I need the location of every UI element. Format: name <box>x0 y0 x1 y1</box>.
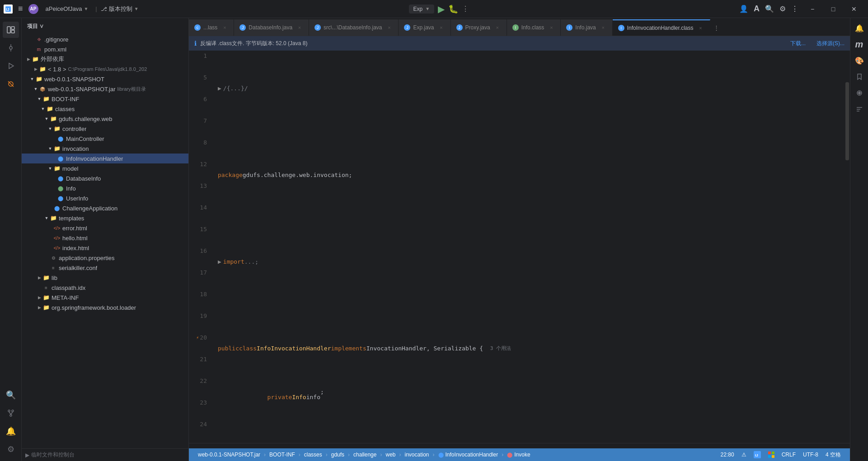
debug-button[interactable]: 🐛 <box>448 4 458 14</box>
tree-item-index-html[interactable]: </> index.html <box>22 243 188 253</box>
tree-item-pom[interactable]: m pom.xml <box>22 44 188 54</box>
right-notifications[interactable]: 🔔 <box>853 22 866 34</box>
maximize-button[interactable]: □ <box>823 0 844 18</box>
tree-item-web-jar[interactable]: ▼ 📦 web-0.0.1-SNAPSHOT.jar library根目录 <box>22 84 188 94</box>
tab-close[interactable]: × <box>600 24 607 31</box>
more-run-options[interactable]: ⋮ <box>462 5 469 13</box>
status-crlf[interactable]: CRLF <box>778 452 799 458</box>
tree-item-invocation[interactable]: ▼ 📁 invocation <box>22 144 188 154</box>
activity-git[interactable] <box>3 405 19 421</box>
vertical-scrollbar[interactable] <box>845 51 850 443</box>
file-tree[interactable]: ⎆ .gitignore m pom.xml ▶ 📁 外部依库 ▶ 📁 <box>22 34 188 448</box>
status-path-class[interactable]: ⬤ InfoInvocationHandler <box>435 448 502 461</box>
status-path-jar[interactable]: web-0.0.1-SNAPSHOT.jar <box>194 448 264 461</box>
tree-item-templates[interactable]: ▼ 📁 templates <box>22 213 188 223</box>
tree-item-app-props[interactable]: ⚙ application.properties <box>22 253 188 263</box>
person-icon[interactable]: 👤 <box>739 5 748 13</box>
tree-item-classpath[interactable]: ≡ classpath.idx <box>22 283 188 293</box>
scrollbar-thumb[interactable] <box>845 82 849 161</box>
fold-icon-import[interactable]: ▶ <box>218 256 221 267</box>
status-warnings[interactable]: ⚠ <box>738 452 750 458</box>
activity-notifications[interactable]: 🔔 <box>3 423 19 439</box>
tree-item-boot-inf[interactable]: ▼ 📁 BOOT-INF <box>22 94 188 104</box>
tree-item-controller[interactable]: ▼ 📁 controller <box>22 124 188 134</box>
status-path-gdufs[interactable]: gdufs <box>328 448 348 461</box>
run-config-selector[interactable]: Exp ▼ <box>409 5 435 14</box>
tree-item-model[interactable]: ▼ 📁 model <box>22 163 188 173</box>
activity-project[interactable] <box>3 22 19 38</box>
status-path-classes[interactable]: classes <box>300 448 326 461</box>
tab-databaseinfo[interactable]: J DatabaseInfo.java × <box>234 19 309 36</box>
tab-close[interactable]: × <box>697 24 704 32</box>
tree-item-databaseinfo[interactable]: ⬤ DatabaseInfo <box>22 173 188 183</box>
right-ai-assistant[interactable] <box>853 87 866 99</box>
activity-debug[interactable] <box>3 76 19 92</box>
translate-icon[interactable]: A <box>754 4 760 14</box>
tab-close[interactable]: × <box>548 24 555 31</box>
sidebar-header[interactable]: 项目 ∨ <box>22 18 188 34</box>
tree-item-classes[interactable]: ▼ 📁 classes <box>22 104 188 114</box>
activity-bottom[interactable]: ⚙ <box>3 441 19 457</box>
run-button[interactable]: ▶ <box>438 4 445 14</box>
tab-close[interactable]: × <box>221 24 228 31</box>
tab-info-class[interactable]: I Info.class × <box>507 19 561 36</box>
tab-close[interactable]: × <box>494 24 501 31</box>
status-position[interactable]: 22:80 <box>717 452 738 458</box>
tree-item-org-spring[interactable]: ▶ 📁 org.springframework.boot.loader <box>22 303 188 312</box>
status-path-challenge[interactable]: challenge <box>350 448 380 461</box>
tab-overflow-button[interactable]: ⋮ <box>710 19 723 36</box>
tab-proxy[interactable]: J Proxy.java × <box>451 19 507 36</box>
project-selector[interactable]: aPeiceOfJava ▼ <box>42 4 92 14</box>
status-encoding[interactable]: UTF-8 <box>799 452 822 458</box>
right-spell-check[interactable] <box>853 103 866 116</box>
tree-item-meta-inf[interactable]: ▶ 📁 META-INF <box>22 293 188 303</box>
hamburger-menu[interactable]: ≡ <box>16 2 25 15</box>
tab-close[interactable]: × <box>296 24 303 31</box>
vcs-selector[interactable]: ⎇ 版本控制 ▼ <box>101 5 139 13</box>
sidebar-bottom-panel[interactable]: ▶ 临时文件和控制台 <box>22 448 188 461</box>
status-path-method[interactable]: ⬤ Invoke <box>503 448 534 461</box>
tree-item-gitignore[interactable]: ⎆ .gitignore <box>22 34 188 44</box>
minimize-button[interactable]: − <box>802 0 823 18</box>
tree-item-info[interactable]: ⬤ Info <box>22 183 188 193</box>
select-source-link[interactable]: 选择源(S)... <box>816 40 845 47</box>
tree-item-jdk[interactable]: ▶ 📁 < 1.8 > C:\Program Files\Java\jdk1.8… <box>22 64 188 74</box>
tree-item-userinfo[interactable]: ⬤ UserInfo <box>22 193 188 203</box>
download-link[interactable]: 下载... <box>790 40 806 47</box>
horizontal-scrollbar[interactable] <box>189 443 850 448</box>
activity-run[interactable] <box>3 58 19 74</box>
tree-item-external-libs[interactable]: ▶ 📁 外部依库 <box>22 54 188 64</box>
right-color-picker[interactable]: 🎨 <box>853 54 866 67</box>
tree-item-hello-html[interactable]: </> hello.html <box>22 233 188 243</box>
close-button[interactable]: ✕ <box>844 0 864 18</box>
right-m-button[interactable]: m <box>853 38 866 51</box>
tab-infoinvocationhandler[interactable]: I InfoInvocationHandler.class × <box>613 19 710 36</box>
more-actions-icon[interactable]: ⋮ <box>791 5 798 13</box>
status-intellij-icon[interactable]: IJ <box>750 451 765 458</box>
status-path-bootinf[interactable]: BOOT-INF <box>266 448 299 461</box>
tree-item-serialkiller[interactable]: ≡ serialkiller.conf <box>22 263 188 273</box>
code-content[interactable]: ▶/{...}/ package gdufs.challenge.web.inv… <box>211 51 845 443</box>
tab-close[interactable]: × <box>385 24 393 31</box>
tab-info-java[interactable]: I Info.java × <box>561 19 612 36</box>
fold-icon[interactable]: ▶ <box>218 83 221 94</box>
status-path-web[interactable]: web <box>382 448 399 461</box>
status-indent[interactable]: 4 空格 <box>822 451 845 459</box>
search-icon[interactable]: 🔍 <box>765 5 774 13</box>
status-windows-icon[interactable] <box>765 452 778 458</box>
tree-item-infoinvocationhandler[interactable]: ⬤ InfoInvocationHandler <box>22 154 188 163</box>
tree-item-web-snapshot[interactable]: ▼ 📁 web-0.0.1-SNAPSHOT <box>22 74 188 84</box>
status-path-invocation[interactable]: invocation <box>401 448 432 461</box>
right-bookmark[interactable] <box>853 70 866 83</box>
settings-icon[interactable]: ⚙ <box>779 5 786 13</box>
tree-item-challengeapp[interactable]: ⬤ ChallengeApplication <box>22 203 188 213</box>
code-editor[interactable]: 1 5 6 7 8 12 13 14 15 16 17 <box>189 51 850 443</box>
tree-item-lib[interactable]: ▶ 📁 lib <box>22 273 188 283</box>
tree-item-gdufs[interactable]: ▼ 📁 gdufs.challenge.web <box>22 114 188 124</box>
tab-exp[interactable]: J Exp.java × <box>399 19 450 36</box>
activity-search[interactable]: 🔍 <box>3 387 19 403</box>
activity-commits[interactable] <box>3 40 19 56</box>
tree-item-maincontroller[interactable]: ⬤ MainController <box>22 134 188 144</box>
tree-item-error-html[interactable]: </> error.html <box>22 223 188 233</box>
tab-close[interactable]: × <box>438 24 445 31</box>
